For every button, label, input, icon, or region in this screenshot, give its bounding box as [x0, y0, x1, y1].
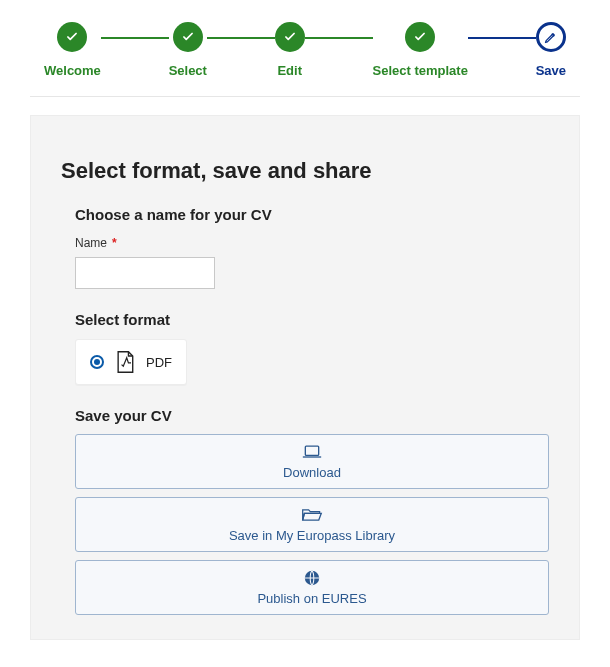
name-label-text: Name	[75, 236, 107, 250]
panel-title: Select format, save and share	[61, 158, 549, 184]
action-label: Publish on EURES	[257, 591, 366, 606]
globe-icon	[304, 570, 320, 586]
cv-name-input[interactable]	[75, 257, 215, 289]
step-connector	[468, 37, 536, 39]
format-section: Select format PDF	[61, 311, 549, 385]
format-heading: Select format	[75, 311, 549, 328]
save-heading: Save your CV	[75, 407, 549, 424]
step-welcome[interactable]: Welcome	[44, 22, 101, 78]
publish-eures-button[interactable]: Publish on EURES	[75, 560, 549, 615]
svg-rect-0	[305, 446, 318, 455]
check-icon	[173, 22, 203, 52]
radio-selected-icon	[90, 355, 104, 369]
check-icon	[275, 22, 305, 52]
step-select[interactable]: Select	[169, 22, 207, 78]
save-library-button[interactable]: Save in My Europass Library	[75, 497, 549, 552]
step-connector	[207, 37, 275, 39]
progress-stepper: Welcome Select Edit Select template Save	[4, 0, 606, 78]
name-heading: Choose a name for your CV	[75, 206, 549, 223]
check-icon	[405, 22, 435, 52]
save-panel: Select format, save and share Choose a n…	[30, 115, 580, 640]
step-connector	[305, 37, 373, 39]
download-button[interactable]: Download	[75, 434, 549, 489]
save-section: Save your CV Download Save in My Europas…	[61, 407, 549, 615]
step-select-template[interactable]: Select template	[373, 22, 468, 78]
action-label: Download	[283, 465, 341, 480]
action-label: Save in My Europass Library	[229, 528, 395, 543]
step-label: Welcome	[44, 63, 101, 78]
step-label: Select	[169, 63, 207, 78]
name-section: Choose a name for your CV Name *	[61, 206, 549, 289]
format-option-label: PDF	[146, 355, 172, 370]
step-connector	[101, 37, 169, 39]
folder-open-icon	[301, 507, 323, 523]
save-actions: Download Save in My Europass Library Pub…	[75, 434, 549, 615]
pencil-icon	[536, 22, 566, 52]
step-label: Select template	[373, 63, 468, 78]
format-option-pdf[interactable]: PDF	[75, 339, 187, 385]
name-field-label: Name *	[75, 236, 117, 250]
check-icon	[57, 22, 87, 52]
laptop-icon	[302, 444, 322, 460]
divider	[30, 96, 580, 97]
pdf-file-icon	[114, 350, 136, 374]
required-asterisk: *	[112, 236, 117, 250]
step-save[interactable]: Save	[536, 22, 566, 78]
step-label: Edit	[277, 63, 302, 78]
step-edit[interactable]: Edit	[275, 22, 305, 78]
step-label: Save	[536, 63, 566, 78]
